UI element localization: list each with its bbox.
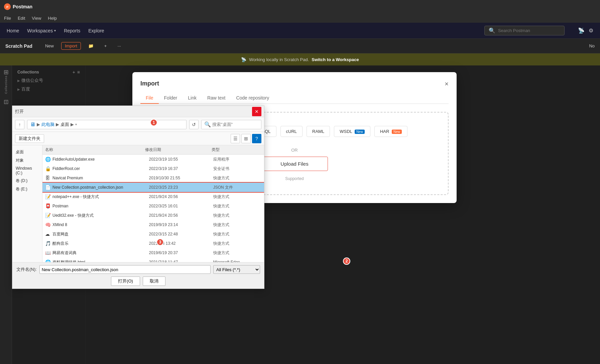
no-label: No: [589, 43, 595, 48]
supported-text: Supported: [285, 176, 304, 181]
folder-button[interactable]: 📁: [85, 42, 97, 50]
tab-file[interactable]: File: [140, 93, 159, 104]
breadcrumb-sep3: ▶: [71, 122, 74, 127]
file-date: 2022/3/19 16:37: [149, 166, 213, 171]
nav-home[interactable]: Home: [7, 28, 19, 33]
file-row[interactable]: 📝 notepad++.exe - 快捷方式 2021/9/24 20:56 快…: [42, 192, 264, 201]
nav-explore[interactable]: Explore: [88, 28, 104, 33]
dialog-search-input[interactable]: [212, 122, 258, 127]
nav-item-desktop[interactable]: 桌面: [14, 148, 41, 156]
plus-button[interactable]: +: [101, 42, 110, 50]
dialog-search-box[interactable]: 🔍: [201, 120, 261, 129]
col-name[interactable]: 名称: [45, 147, 145, 153]
filename-row: 文件名(N): All Files (*.*): [16, 265, 260, 274]
dialog-close-button[interactable]: ✕: [252, 107, 261, 116]
more-button[interactable]: ···: [114, 42, 124, 50]
file-row[interactable]: 📄 New Collection.postman_collection.json…: [42, 183, 264, 192]
view-details-icon[interactable]: ⊞: [241, 134, 251, 143]
nav-reports[interactable]: Reports: [64, 28, 80, 33]
cancel-button[interactable]: 取消: [143, 277, 165, 286]
file-row[interactable]: 🗄 Navicat Premium 2019/10/30 21:55 快捷方式: [42, 173, 264, 183]
modal-close-button[interactable]: ×: [445, 80, 449, 87]
filetype-select[interactable]: All Files (*.*): [213, 265, 260, 274]
menu-edit[interactable]: Edit: [18, 16, 25, 21]
or-divider: OR: [291, 148, 298, 153]
nav-workspaces[interactable]: Workspaces ▾: [27, 28, 56, 33]
nav-icons: 📡 ⚙: [578, 27, 593, 34]
dialog-toolbar: ↑ 🖥 ▶ 此电脑 ▶ 桌面 ▶ ▾ ↺ 🔍: [12, 117, 264, 132]
collections-icon: ⊞: [2, 69, 10, 75]
search-input[interactable]: [498, 28, 560, 33]
file-date: 2019/10/30 21:55: [149, 176, 213, 180]
tab-link[interactable]: Link: [183, 93, 202, 104]
file-icon: 📝: [45, 213, 51, 218]
sidebar-item-apis[interactable]: ⊟: [2, 99, 10, 105]
modal-header: Import ×: [140, 80, 449, 87]
source-har[interactable]: HAR New: [374, 126, 407, 137]
col-date[interactable]: 修改日期: [145, 147, 212, 153]
logo-icon: P: [4, 3, 11, 10]
file-icon: 🌐: [45, 157, 51, 162]
file-row[interactable]: 📮 Postman 2022/3/25 16:01 快捷方式: [42, 201, 264, 211]
file-row[interactable]: 📝 Uedit32.exe - 快捷方式 2021/9/24 20:56 快捷方…: [42, 211, 264, 220]
file-list: 名称 修改日期 类型 🌐 FiddlerAutoUpdater.exe 2022…: [42, 145, 264, 262]
back-button[interactable]: ↑: [15, 120, 24, 129]
col-type[interactable]: 类型: [212, 147, 261, 153]
search-bar[interactable]: 🔍: [484, 26, 565, 35]
help-icon[interactable]: ?: [252, 134, 261, 143]
tab-folder[interactable]: Folder: [159, 93, 183, 104]
file-icon: 🔒: [45, 166, 51, 171]
file-row[interactable]: 📖 网易有道词典 2019/6/19 20:37 快捷方式: [42, 248, 264, 257]
nav-item-objects[interactable]: 对象: [14, 156, 41, 165]
file-icon: 📝: [45, 194, 51, 199]
file-icon: 📮: [45, 203, 51, 209]
svg-text:P: P: [6, 5, 8, 9]
file-row[interactable]: ☁ 百度网盘 2022/3/15 22:48 快捷方式: [42, 229, 264, 239]
source-wsdl[interactable]: WSDL New: [334, 126, 370, 137]
nav-item-c[interactable]: Windows (C:): [14, 165, 41, 177]
nav-item-d[interactable]: 卷 (D:): [14, 177, 41, 185]
navbar: Home Workspaces ▾ Reports Explore 🔍 📡 ⚙: [0, 23, 600, 39]
file-row[interactable]: 🧠 XMind 8 2019/9/19 23:14 快捷方式: [42, 220, 264, 229]
file-type: 应用程序: [213, 157, 261, 162]
file-row[interactable]: 🎵 酷狗音乐 2021/9/4 13:42 快捷方式: [42, 239, 264, 248]
file-name: 酷狗音乐: [52, 241, 149, 246]
refresh-button[interactable]: ↺: [189, 120, 199, 129]
info-banner: 📡 Working locally in Scratch Pad. Switch…: [0, 53, 600, 65]
file-date: 2021/7/18 11:47: [149, 260, 213, 262]
tab-rawtext[interactable]: Raw text: [202, 93, 231, 104]
file-row[interactable]: 🌐 FiddlerAutoUpdater.exe 2022/3/19 10:55…: [42, 155, 264, 164]
new-folder-button[interactable]: 新建文件夹: [15, 134, 44, 143]
menu-file[interactable]: File: [4, 16, 11, 21]
menu-view[interactable]: View: [32, 16, 41, 21]
view-list-icon[interactable]: ☰: [231, 134, 240, 143]
sidebar-item-collections[interactable]: ⊞ Collections: [2, 69, 10, 94]
file-type: 快捷方式: [213, 194, 261, 200]
source-curl[interactable]: cURL: [280, 126, 303, 137]
file-name: FiddlerRoot.cer: [52, 166, 149, 171]
satellite-icon[interactable]: 📡: [578, 27, 585, 34]
file-row[interactable]: 🔒 FiddlerRoot.cer 2022/3/19 16:37 安全证书: [42, 164, 264, 173]
menu-help[interactable]: Help: [48, 16, 57, 21]
file-row[interactable]: 🌐 资料整理链接.html 2021/7/18 11:47 Microsoft …: [42, 257, 264, 262]
open-button[interactable]: 打开(O): [111, 277, 140, 286]
settings-icon[interactable]: ⚙: [589, 27, 593, 34]
breadcrumb-desktop: 桌面: [61, 122, 69, 128]
nav-item-e[interactable]: 卷 (E:): [14, 185, 41, 193]
file-icon: ☁: [45, 231, 51, 237]
breadcrumb-computer[interactable]: 此电脑: [41, 122, 54, 128]
switch-link[interactable]: Switch to a Workspace: [312, 57, 359, 62]
file-type: JSON 文件: [213, 185, 261, 190]
import-button[interactable]: Import: [61, 42, 81, 50]
upload-files-button[interactable]: Upload Files: [261, 157, 328, 171]
source-raml[interactable]: RAML: [307, 126, 330, 137]
breadcrumb-sep2: ▶: [56, 122, 59, 127]
dropdown-arrow-icon[interactable]: ▾: [75, 123, 77, 126]
dialog-footer: 文件名(N): All Files (*.*) 打开(O) 取消: [12, 262, 264, 289]
filename-input[interactable]: [39, 265, 211, 274]
collections-label: Collections: [4, 75, 8, 94]
file-type: 安全证书: [213, 166, 261, 172]
new-button[interactable]: New: [42, 42, 57, 50]
dialog-search-icon: 🔍: [204, 121, 211, 128]
tab-coderepo[interactable]: Code repository: [231, 93, 274, 104]
